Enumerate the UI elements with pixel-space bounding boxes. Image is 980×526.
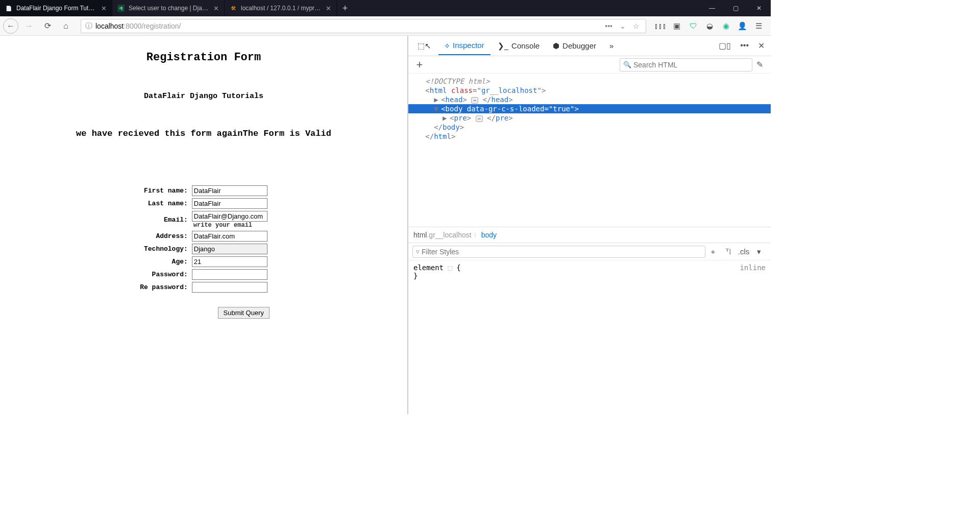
- browser-tab-1[interactable]: 📄 DataFlair Django Form Tutorial ✕: [0, 0, 112, 16]
- first-name-label: First name:: [138, 184, 190, 197]
- browser-tab-strip: 📄 DataFlair Django Form Tutorial ✕ dj Se…: [0, 0, 771, 16]
- browser-toolbar: ← → ⟳ ⌂ ⓘ localhost:8000/registration/ •…: [0, 16, 771, 36]
- tab-title: DataFlair Django Form Tutorial: [16, 5, 97, 12]
- devtools-panel: ⬚↖ ⟡Inspector ❯_Console ⬢Debugger » ▢▯ •…: [407, 36, 771, 414]
- address-bar[interactable]: ⓘ localhost:8000/registration/ ••• ⌄ ☆: [81, 19, 646, 33]
- close-icon[interactable]: ✕: [213, 5, 219, 12]
- nav-reload-button[interactable]: ⟳: [40, 18, 55, 34]
- sidebar-icon[interactable]: ▣: [670, 19, 684, 33]
- tab-console[interactable]: ❯_Console: [492, 37, 546, 55]
- search-html-box[interactable]: 🔍: [620, 58, 752, 71]
- filter-styles-box[interactable]: ▿: [412, 246, 705, 258]
- registration-form: First name: Last name: Email: write your…: [138, 184, 270, 294]
- responsive-mode-icon[interactable]: ▢▯: [716, 38, 734, 54]
- dom-head[interactable]: ▶<head> ⋯ </head>: [408, 95, 771, 104]
- favicon-django-icon: dj: [117, 5, 125, 12]
- first-name-field[interactable]: [192, 185, 267, 196]
- devtools-pick-element-button[interactable]: ⬚↖: [411, 37, 437, 55]
- page-heading-3: we have recieved this form againThe Form…: [10, 129, 397, 138]
- eyedropper-icon[interactable]: ✎: [752, 60, 767, 69]
- bookmark-star-icon[interactable]: ☆: [631, 22, 642, 30]
- browser-tab-3[interactable]: 🛠 localhost / 127.0.0.1 / myprojec ✕: [225, 0, 337, 16]
- sidebar-toggle-icon[interactable]: ▾: [751, 247, 767, 256]
- favicon-page-icon: 📄: [5, 5, 12, 12]
- window-maximize-icon[interactable]: ▢: [724, 0, 747, 16]
- age-label: Age:: [138, 255, 190, 268]
- pocket-icon[interactable]: ⌄: [618, 22, 628, 30]
- browser-tab-2[interactable]: dj Select user to change | Django site ✕: [112, 0, 225, 16]
- shield-icon[interactable]: 🛡: [686, 19, 700, 33]
- technology-label: Technology:: [138, 243, 190, 255]
- window-close-icon[interactable]: ✕: [747, 0, 771, 16]
- dom-breadcrumb: html.gr__localhost 〉 body: [408, 227, 771, 243]
- dom-body-open[interactable]: ▼<body data-gr-c-s-loaded="true">: [408, 104, 771, 113]
- age-field[interactable]: [192, 256, 267, 267]
- favicon-phpmyadmin-icon: 🛠: [230, 5, 237, 12]
- rule-close: }: [413, 272, 766, 280]
- chevron-right-icon: 〉: [474, 231, 479, 239]
- breadcrumb-body[interactable]: body: [481, 231, 497, 239]
- password-field[interactable]: [192, 269, 267, 280]
- address-field[interactable]: [192, 231, 267, 242]
- dom-pre[interactable]: ▶<pre> ⋯ </pre>: [408, 113, 771, 123]
- search-html-input[interactable]: [633, 61, 749, 69]
- technology-field[interactable]: [192, 244, 267, 254]
- devtools-tab-strip: ⬚↖ ⟡Inspector ❯_Console ⬢Debugger » ▢▯ •…: [408, 36, 771, 56]
- devtools-options-icon[interactable]: •••: [737, 38, 752, 54]
- re-password-field[interactable]: [192, 282, 267, 293]
- new-tab-button[interactable]: +: [337, 0, 353, 16]
- email-help-text: write your email: [192, 222, 267, 229]
- cls-toggle[interactable]: .cls: [736, 247, 751, 256]
- window-minimize-icon[interactable]: —: [700, 0, 724, 16]
- filter-icon: ▿: [416, 248, 420, 255]
- menu-icon[interactable]: ☰: [751, 19, 766, 33]
- tab-inspector[interactable]: ⟡Inspector: [438, 37, 491, 55]
- page-heading-2: DataFlair Django Tutorials: [10, 92, 397, 101]
- rule-source[interactable]: inline: [740, 264, 766, 272]
- url-text: localhost:8000/registration/: [95, 22, 600, 30]
- dom-tree[interactable]: <!DOCTYPE html> <html class="gr__localho…: [408, 74, 771, 227]
- last-name-field[interactable]: [192, 198, 267, 209]
- tab-title: localhost / 127.0.0.1 / myprojec: [241, 5, 322, 12]
- add-node-button[interactable]: +: [412, 58, 427, 71]
- nav-home-button[interactable]: ⌂: [58, 18, 74, 34]
- grammarly-icon[interactable]: ◉: [719, 19, 733, 33]
- tab-title: Select user to change | Django site: [129, 5, 209, 12]
- nav-forward-button[interactable]: →: [21, 18, 37, 34]
- email-field[interactable]: [192, 211, 267, 222]
- page-actions-icon[interactable]: •••: [603, 22, 615, 30]
- submit-button[interactable]: Submit Query: [218, 307, 270, 319]
- page-content: Registration Form DataFlair Django Tutor…: [0, 36, 407, 414]
- close-icon[interactable]: ✕: [326, 5, 331, 12]
- breadcrumb-html[interactable]: html.gr__localhost: [413, 231, 472, 239]
- email-label: Email:: [138, 210, 190, 230]
- address-label: Address:: [138, 230, 190, 243]
- inspector-toolbar: + 🔍 ✎: [408, 56, 771, 74]
- add-rule-icon[interactable]: +: [705, 247, 721, 256]
- dom-html-close[interactable]: </html>: [408, 132, 771, 141]
- nav-back-button[interactable]: ←: [3, 18, 18, 34]
- rule-selector[interactable]: element ⬚ {: [413, 264, 461, 272]
- extension-icon[interactable]: ◒: [702, 19, 717, 33]
- close-icon[interactable]: ✕: [101, 5, 107, 12]
- filter-styles-input[interactable]: [422, 248, 702, 256]
- page-heading-1: Registration Form: [10, 51, 397, 64]
- dom-body-close[interactable]: </body>: [408, 123, 771, 132]
- styles-toolbar: ▿ + ᵀ⁞ .cls ▾: [408, 243, 771, 260]
- search-icon: 🔍: [623, 61, 631, 68]
- password-label: Password:: [138, 268, 190, 281]
- pseudo-class-icon[interactable]: ᵀ⁞: [721, 247, 736, 256]
- library-icon[interactable]: ⫿⫿⫿: [653, 19, 668, 33]
- styles-pane[interactable]: element ⬚ { inline }: [408, 260, 771, 414]
- re-password-label: Re password:: [138, 281, 190, 294]
- devtools-close-icon[interactable]: ✕: [755, 38, 768, 54]
- devtools-more-tabs[interactable]: »: [603, 37, 620, 54]
- tab-debugger[interactable]: ⬢Debugger: [547, 37, 602, 55]
- site-info-icon[interactable]: ⓘ: [85, 21, 92, 31]
- last-name-label: Last name:: [138, 197, 190, 210]
- dom-html-open[interactable]: <html class="gr__localhost">: [408, 86, 771, 95]
- dom-doctype[interactable]: <!DOCTYPE html>: [408, 77, 771, 86]
- account-icon[interactable]: 👤: [735, 19, 749, 33]
